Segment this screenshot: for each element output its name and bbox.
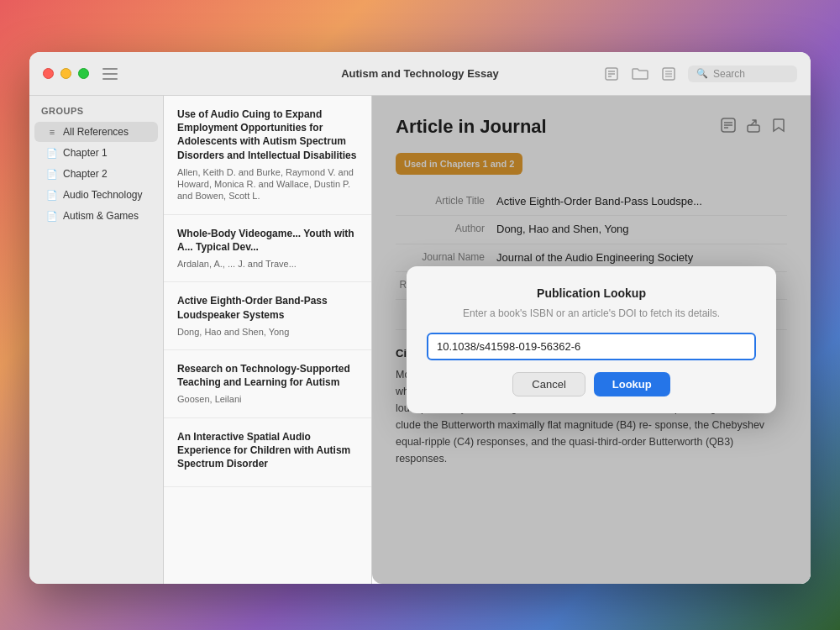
sidebar-groups-label: Groups — [29, 106, 163, 121]
modal-overlay: Publication Lookup Enter a book's ISBN o… — [372, 96, 811, 584]
window-title: Autism and Technology Essay — [341, 67, 499, 80]
list-item[interactable]: Active Eighth-Order Band-Pass Loudspeake… — [164, 282, 371, 350]
title-bar: Autism and Technology Essay — [29, 52, 811, 96]
note-icon[interactable] — [602, 65, 621, 83]
toolbar-actions: 🔍 Search — [602, 65, 797, 83]
sidebar-item-audio-technology[interactable]: 📄 Audio Technology — [34, 185, 158, 205]
cancel-button[interactable]: Cancel — [512, 372, 585, 396]
modal-title: Publication Lookup — [427, 286, 756, 300]
list-item[interactable]: An Interactive Spatial Audio Experience … — [164, 418, 371, 488]
modal-subtitle: Enter a book's ISBN or an article's DOI … — [427, 307, 756, 321]
maximize-button[interactable] — [78, 68, 89, 79]
ref-title: Active Eighth-Order Band-Pass Loudspeake… — [177, 294, 358, 321]
search-bar[interactable]: 🔍 Search — [688, 66, 797, 82]
all-references-icon: ≡ — [46, 127, 58, 137]
ref-title: Research on Technology-Supported Teachin… — [177, 362, 358, 389]
list-item[interactable]: Use of Audio Cuing to Expand Employment … — [164, 96, 371, 215]
sidebar-item-autism-games[interactable]: 📄 Autism & Games — [34, 206, 158, 226]
sidebar-item-label: Chapter 1 — [63, 147, 108, 159]
minimize-button[interactable] — [60, 68, 71, 79]
sidebar-item-chapter-2[interactable]: 📄 Chapter 2 — [34, 164, 158, 184]
sidebar-toggle-button[interactable] — [102, 68, 118, 80]
sidebar-item-label: Autism & Games — [63, 210, 139, 222]
list-icon[interactable] — [659, 65, 678, 83]
audio-technology-icon: 📄 — [46, 190, 58, 201]
lookup-button[interactable]: Lookup — [594, 372, 670, 396]
sidebar-item-label: All References — [63, 126, 129, 138]
ref-title: Whole-Body Videogame... Youth with A... … — [177, 227, 358, 254]
ref-title: Use of Audio Cuing to Expand Employment … — [177, 108, 358, 162]
folder-icon[interactable] — [631, 65, 649, 83]
ref-authors: Dong, Hao and Shen, Yong — [177, 326, 358, 338]
main-content: Groups ≡ All References 📄 Chapter 1 📄 Ch… — [29, 96, 811, 584]
search-placeholder: Search — [713, 68, 745, 80]
sidebar-item-label: Chapter 2 — [63, 168, 108, 180]
chapter2-icon: 📄 — [46, 169, 58, 180]
ref-authors: Allen, Keith D. and Burke, Raymond V. an… — [177, 166, 358, 202]
sidebar: Groups ≡ All References 📄 Chapter 1 📄 Ch… — [29, 96, 164, 584]
sidebar-item-chapter-1[interactable]: 📄 Chapter 1 — [34, 143, 158, 163]
traffic-lights — [43, 68, 89, 79]
list-item[interactable]: Whole-Body Videogame... Youth with A... … — [164, 215, 371, 283]
sidebar-item-all-references[interactable]: ≡ All References — [34, 122, 158, 142]
ref-authors: Ardalan, A., ... J. and Trave... — [177, 258, 358, 270]
ref-authors: Goosen, Leilani — [177, 393, 358, 405]
close-button[interactable] — [43, 68, 54, 79]
sidebar-item-label: Audio Technology — [63, 189, 143, 201]
list-item[interactable]: Research on Technology-Supported Teachin… — [164, 350, 371, 418]
detail-pane: Article in Journal — [372, 96, 811, 584]
reference-list: Use of Audio Cuing to Expand Employment … — [164, 96, 372, 584]
ref-title: An Interactive Spatial Audio Experience … — [177, 430, 358, 471]
modal-buttons: Cancel Lookup — [427, 372, 756, 396]
search-icon: 🔍 — [696, 68, 708, 79]
publication-lookup-modal: Publication Lookup Enter a book's ISBN o… — [407, 266, 776, 413]
isbn-doi-input[interactable] — [427, 333, 756, 360]
autism-games-icon: 📄 — [46, 211, 58, 222]
chapter1-icon: 📄 — [46, 148, 58, 159]
